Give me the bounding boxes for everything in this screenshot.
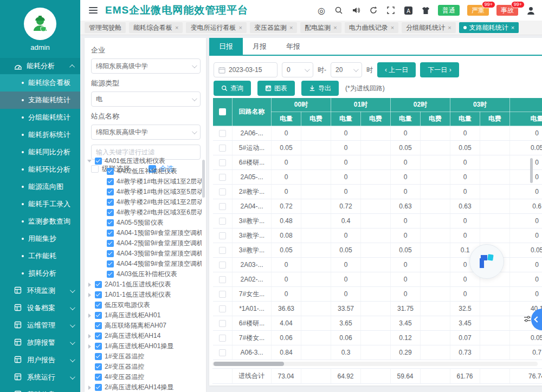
tab-chip[interactable]: 管理驾驶舱 <box>85 22 126 33</box>
sidebar-item-menu[interactable]: 能耗环比分析 <box>0 161 80 178</box>
tree-node[interactable]: 1#高压进线柜AH01操显 <box>87 341 202 351</box>
tree-checkbox[interactable] <box>95 281 102 288</box>
sidebar-item-menu[interactable]: 损耗分析 <box>0 265 80 282</box>
sidebar-item-menu[interactable]: 能源流向图 <box>0 178 80 195</box>
alarm-badge-normal[interactable]: 普通 <box>438 5 460 16</box>
avatar[interactable] <box>24 8 56 40</box>
tree-checkbox[interactable] <box>95 363 102 370</box>
arrow-down-icon[interactable] <box>87 160 92 162</box>
service-icon[interactable]: ◎ <box>317 5 326 15</box>
hour-from-select[interactable]: 0 <box>282 62 313 77</box>
tree-checkbox[interactable] <box>107 209 114 216</box>
row-checkbox[interactable] <box>219 262 226 269</box>
report-tab-日报[interactable]: 日报 <box>209 38 243 55</box>
sidebar-item-current[interactable]: 支路能耗统计 <box>0 92 80 109</box>
close-icon[interactable]: × <box>511 24 514 31</box>
chart-button[interactable]: 图表 <box>257 81 295 96</box>
sidebar-item-menu[interactable]: 能耗手工录入 <box>0 195 80 213</box>
row-checkbox[interactable] <box>219 203 226 210</box>
tree-node[interactable]: 4#变压器温控 <box>87 372 202 382</box>
tree-node[interactable]: 4A04-2预留9#食堂屋顶空调机组仪表 <box>87 238 202 249</box>
alarm-badge-severe[interactable]: 严重99+ <box>467 5 489 16</box>
tree-node[interactable]: 4#教学楼1#电井区域3至5层动力仪表 <box>87 187 202 197</box>
tree-checkbox[interactable] <box>107 240 114 247</box>
prev-day-button[interactable]: ‹ 上一日 <box>377 62 416 77</box>
row-checkbox[interactable] <box>219 335 226 342</box>
sidebar-item-menu[interactable]: 能耗同比分析 <box>0 143 80 161</box>
sidebar-group-设备档案[interactable]: 设备档案 <box>0 299 80 317</box>
tree-checkbox[interactable] <box>107 199 114 206</box>
arrow-right-icon[interactable] <box>87 386 92 390</box>
tab-chip[interactable]: 变电所运行看板× <box>186 22 246 33</box>
row-checkbox[interactable] <box>219 218 226 225</box>
refresh-icon[interactable] <box>369 5 378 15</box>
tree-checkbox[interactable] <box>95 353 102 360</box>
tree-node[interactable]: 4A05-5预留仪表 <box>87 218 202 228</box>
tree-checkbox[interactable] <box>95 302 102 309</box>
row-checkbox[interactable] <box>219 349 226 356</box>
tree-checkbox[interactable] <box>107 178 114 185</box>
close-icon[interactable]: × <box>175 24 178 31</box>
tree-checkbox[interactable] <box>107 271 114 278</box>
tree-scrollbar[interactable] <box>202 160 205 198</box>
close-icon[interactable]: × <box>448 24 451 31</box>
horizontal-scrollbar[interactable] <box>212 362 538 366</box>
tree-node[interactable]: 4A04-4预留9#食堂屋顶空调机组仪表 <box>87 259 202 269</box>
tree-node[interactable]: 2#高压进线柜AH14 <box>87 331 202 341</box>
next-day-button[interactable]: 下一日 › <box>420 62 459 77</box>
tree-checkbox[interactable] <box>107 219 114 226</box>
tree-node[interactable]: 1#高压进线柜AH01 <box>87 310 202 321</box>
hour-to-select[interactable]: 20 <box>331 62 362 77</box>
tree-node[interactable]: 4A04-3预留9#食堂屋顶空调机组仪表 <box>87 249 202 259</box>
theme-icon[interactable] <box>421 5 430 15</box>
tree-checkbox[interactable] <box>95 343 102 350</box>
sidebar-item-menu[interactable]: 监测参数查询 <box>0 213 80 230</box>
tree-checkbox[interactable] <box>107 188 114 195</box>
tree-node[interactable]: 4#教学楼2#电井区域1至2层动力仪表 <box>87 197 202 207</box>
tab-chip[interactable]: 支路能耗统计× <box>459 22 519 33</box>
arrow-right-icon[interactable] <box>87 293 92 297</box>
tree-node[interactable]: 高压联络隔离柜AH07 <box>87 321 202 331</box>
tree-node[interactable]: 2#变压器温控 <box>87 362 202 372</box>
tree-node[interactable]: 4A04-1预留9#食堂屋顶空调机组仪表 <box>87 228 202 238</box>
tree-checkbox[interactable] <box>95 374 102 381</box>
tree-checkbox[interactable] <box>95 312 102 319</box>
company-select[interactable]: 绵阳东辰高级中学 <box>91 58 201 74</box>
arrow-right-icon[interactable] <box>87 283 92 287</box>
date-picker[interactable]: 2023-03-15 <box>214 62 278 77</box>
tree-checkbox[interactable] <box>95 322 102 329</box>
alarm-badge-accident[interactable]: 事故99+ <box>496 5 518 16</box>
row-checkbox[interactable] <box>219 145 226 152</box>
user-icon[interactable] <box>526 5 535 15</box>
row-checkbox[interactable] <box>219 232 226 239</box>
row-checkbox[interactable] <box>219 159 226 166</box>
tree-node[interactable]: 2#高压进线柜AH14操显 <box>87 382 202 392</box>
row-checkbox[interactable] <box>219 291 226 298</box>
row-checkbox[interactable] <box>219 130 226 137</box>
query-button[interactable]: 查询 <box>214 81 251 96</box>
sidebar-item-menu[interactable]: 工作能耗 <box>0 247 80 265</box>
row-checkbox[interactable] <box>219 188 226 195</box>
sidebar-group-运维管理[interactable]: 运维管理 <box>0 317 80 334</box>
tab-chip[interactable]: 配电监测× <box>300 22 341 33</box>
row-checkbox[interactable] <box>219 276 226 283</box>
sidebar-group-energy-analysis[interactable]: 能耗分析 <box>0 58 80 74</box>
sidebar-item-menu[interactable]: 用能集抄 <box>0 230 80 247</box>
tree-checkbox[interactable] <box>95 158 102 165</box>
tree-node[interactable]: 1A01-1低压进线柜仪表 <box>87 290 202 300</box>
sidebar-item-menu[interactable]: 分组能耗统计 <box>0 109 80 126</box>
sidebar-group-故障报警[interactable]: 故障报警 <box>0 334 80 351</box>
translate-icon[interactable]: A <box>403 5 413 15</box>
tree-checkbox[interactable] <box>95 384 102 391</box>
tree-node[interactable]: 4#教学楼1#电井区域1至2层动力仪表 <box>87 177 202 187</box>
tree-node[interactable]: 1#变压器温控 <box>87 351 202 362</box>
tree-checkbox[interactable] <box>107 230 114 237</box>
tab-chip[interactable]: 分组能耗统计× <box>402 22 455 33</box>
sidebar-group-基础信息[interactable]: 基础信息 <box>0 386 80 392</box>
row-checkbox[interactable] <box>219 320 226 327</box>
tree-node[interactable]: 2A01-1低压进线柜仪表 <box>87 279 202 290</box>
close-icon[interactable]: × <box>333 24 337 31</box>
volume-icon[interactable] <box>351 5 361 15</box>
select-all-rows-checkbox[interactable] <box>219 108 226 115</box>
tree-node[interactable]: 4A01低压进线柜仪表 <box>87 156 202 166</box>
